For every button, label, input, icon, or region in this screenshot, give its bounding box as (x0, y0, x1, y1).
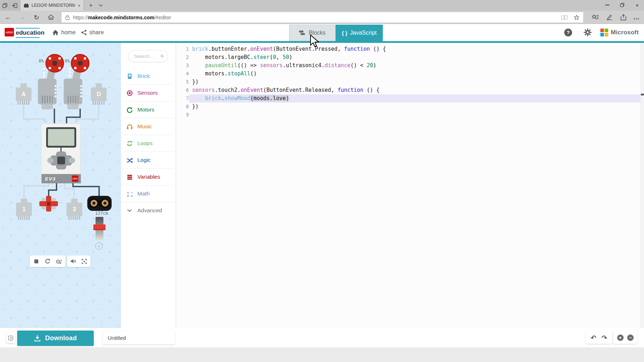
toolbox-category-music[interactable]: Music (123, 118, 173, 135)
port-a-pins (18, 101, 30, 105)
code-line-4[interactable]: 4 motors.stopAll() (176, 70, 644, 78)
browser-more-button[interactable]: … (631, 12, 641, 22)
window-close-button[interactable]: × (631, 0, 643, 10)
code-text: }) (189, 78, 199, 86)
window-minimize-button[interactable] (601, 0, 613, 10)
code-line-9[interactable]: 9 (176, 111, 644, 119)
tab-preview-button[interactable] (0, 0, 10, 11)
touch-sensor[interactable] (42, 198, 56, 209)
code-text: brick.showMood(moods.love) (189, 94, 289, 103)
toolbox-category-logic[interactable]: Logic (123, 152, 173, 169)
code-line-5[interactable]: 5}) (176, 78, 644, 86)
app-header: LEGO education home share Blocks { } Jav… (0, 24, 644, 41)
project-name-field[interactable] (103, 331, 175, 344)
editor-scrollbar[interactable] (641, 43, 644, 328)
browser-tab-bar: LEGO® MINDSTORMS® × + × (0, 0, 644, 11)
code-line-2[interactable]: 2 motors.largeBC.steer(0, 50) (176, 53, 644, 61)
code-line-7[interactable]: 7 brick.showMood(moods.love) (176, 94, 644, 103)
search-icon (161, 54, 164, 59)
motor-b-tab (42, 104, 53, 109)
line-number: 4 (176, 70, 189, 78)
toolbox-category-variables[interactable]: Variables (123, 169, 173, 185)
set-tabs-aside-button[interactable] (10, 0, 20, 11)
lock-icon (65, 15, 70, 20)
refresh-button[interactable]: ↻ (31, 12, 42, 22)
settings-button[interactable] (584, 28, 592, 36)
brick-back-button[interactable] (47, 158, 54, 163)
toolbox-category-sensors[interactable]: Sensors (123, 85, 173, 101)
port-d-plug[interactable]: D (91, 88, 107, 101)
zoom-in-button[interactable]: + (617, 334, 624, 341)
back-button[interactable]: ← (3, 12, 13, 22)
code-text: motors.stopAll() (189, 70, 257, 78)
toolbox-category-motors[interactable]: Motors (123, 101, 173, 118)
download-label: Download (45, 334, 77, 342)
motor-b-power: 0% (39, 59, 44, 64)
forward-button[interactable]: → (17, 12, 27, 22)
sim-restart-button[interactable] (43, 257, 52, 266)
brick-enter-button[interactable] (57, 157, 65, 164)
javascript-toggle-button[interactable]: { } JavaScript (336, 25, 383, 41)
port-3-plug[interactable]: 3 (67, 203, 82, 216)
motor-b-wheel[interactable] (45, 54, 64, 73)
restart-icon (45, 258, 50, 264)
home-button[interactable]: home (52, 24, 75, 41)
code-text: }) (189, 103, 199, 111)
toolbox-category-loops[interactable]: Loops (123, 135, 173, 152)
toolbox-categories: BrickSensorsMotorsMusicLoopsLogicVariabl… (123, 68, 173, 219)
web-note-pen-button[interactable] (605, 12, 615, 22)
ultrasonic-sensor[interactable] (87, 196, 112, 211)
search-input[interactable] (133, 53, 161, 59)
motor-c-wheel[interactable] (71, 54, 89, 73)
brick-side-button[interactable] (69, 158, 75, 163)
brick-screen (46, 127, 76, 148)
main-content: 0% 0% (0, 43, 644, 328)
share-button[interactable]: share (81, 24, 104, 41)
mouse-cursor (310, 34, 319, 48)
sensor-reset-button[interactable]: × (95, 242, 103, 250)
line-number: 5 (176, 78, 189, 86)
port-a-notch (20, 83, 27, 88)
redo-button[interactable]: ↷ (601, 334, 607, 342)
sim-control-group (30, 256, 65, 267)
port-a-label: A (21, 91, 26, 98)
collapse-simulator-button[interactable] (6, 332, 15, 343)
code-line-3[interactable]: 3 pauseUntil(() => sensors.ultrasonic4.d… (176, 61, 644, 70)
code-line-1[interactable]: 1brick.buttonEnter.onEvent(ButtonEvent.P… (176, 45, 644, 53)
browser-home-button[interactable] (46, 12, 56, 22)
undo-button[interactable]: ↶ (591, 334, 596, 342)
tab-close-button[interactable]: × (78, 3, 80, 8)
toolbox-search[interactable] (128, 50, 168, 62)
touch-sensor-button[interactable] (47, 202, 50, 205)
code-editor[interactable]: 1brick.buttonEnter.onEvent(ButtonEvent.P… (176, 43, 644, 328)
ultrasonic-distance-value: 127cm (90, 211, 113, 216)
code-line-8[interactable]: 8}) (176, 103, 644, 111)
code-text: motors.largeBC.steer(0, 50) (189, 53, 292, 61)
window-restore-button[interactable] (616, 0, 628, 10)
toolbox-category-math[interactable]: + −× =Math (123, 185, 173, 202)
add-favorite-star-icon[interactable] (574, 15, 580, 20)
sim-slow-mo-button[interactable] (54, 257, 64, 266)
download-button[interactable]: Download (17, 331, 94, 346)
port-a-plug[interactable]: A (16, 88, 31, 101)
sim-volume-button[interactable] (69, 257, 78, 266)
browser-tab[interactable]: LEGO® MINDSTORMS® × (21, 0, 84, 11)
favorites-hub-button[interactable] (590, 12, 600, 22)
browser-share-button[interactable] (618, 12, 628, 22)
project-name-input[interactable] (107, 334, 180, 341)
toolbox-category-brick[interactable]: Brick (123, 68, 173, 85)
help-button[interactable]: ? (564, 29, 572, 36)
zoom-out-button[interactable]: − (627, 334, 634, 341)
reading-view-icon[interactable] (561, 15, 568, 20)
sim-stop-button[interactable] (32, 257, 41, 266)
new-tab-button[interactable]: + (86, 0, 96, 11)
tab-list-button[interactable] (96, 0, 105, 11)
toolbox-category-advanced[interactable]: Advanced (123, 202, 173, 219)
code-line-6[interactable]: 6sensors.touch2.onEvent(ButtonEvent.Rele… (176, 86, 644, 94)
ev3-brick[interactable]: EV3 LEGO (41, 123, 80, 183)
url-field[interactable]: https://makecode.mindstorms.com/#editor (62, 12, 583, 23)
distance-slider-handle[interactable] (93, 224, 106, 230)
port-1-plug[interactable]: 1 (16, 203, 32, 216)
sim-fullscreen-button[interactable] (79, 257, 89, 266)
ev3-label-bar: EV3 LEGO (42, 174, 81, 183)
